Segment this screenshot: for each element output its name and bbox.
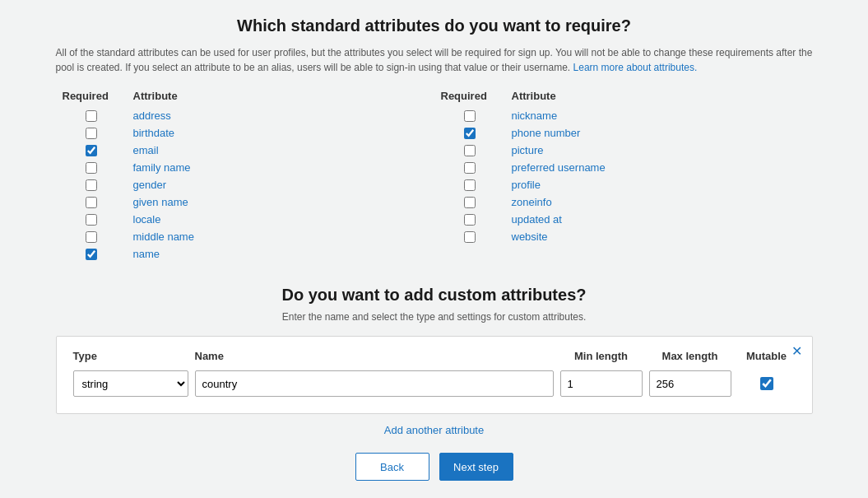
- list-item: birthdate: [56, 124, 434, 142]
- list-item: locale: [56, 211, 434, 228]
- checkbox-zoneinfo[interactable]: [464, 197, 476, 208]
- max-length-input[interactable]: [649, 370, 731, 397]
- learn-more-link[interactable]: Learn more about attributes.: [573, 62, 698, 73]
- checkbox-updated_at[interactable]: [464, 214, 476, 226]
- checkbox-middle_name[interactable]: [86, 231, 97, 243]
- list-item: phone number: [434, 124, 813, 142]
- attr-label-email: email: [133, 144, 159, 156]
- attributes-section: Required Attribute addressbirthdateemail…: [56, 90, 813, 263]
- checkbox-name[interactable]: [86, 249, 97, 260]
- checkbox-locale[interactable]: [86, 214, 97, 226]
- list-item: gender: [56, 176, 434, 193]
- close-attribute-button[interactable]: ✕: [791, 345, 802, 358]
- attr-label-profile: profile: [512, 179, 541, 191]
- attr-label-name: name: [133, 248, 160, 260]
- list-item: family name: [56, 159, 434, 176]
- type-select[interactable]: stringnumberdatetimeboolean: [73, 370, 188, 397]
- attr-label-middle_name: middle name: [133, 230, 194, 243]
- attr-label-family_name: family name: [133, 161, 191, 174]
- right-rows: nicknamephone numberpicturepreferred use…: [434, 107, 813, 245]
- checkbox-picture[interactable]: [464, 145, 476, 156]
- checkbox-profile[interactable]: [464, 179, 476, 191]
- attr-label-website: website: [512, 230, 548, 243]
- left-rows: addressbirthdateemailfamily namegendergi…: [56, 107, 434, 263]
- right-attributes-column: Required Attribute nicknamephone numberp…: [434, 90, 813, 263]
- right-column-header: Required Attribute: [434, 90, 813, 102]
- attr-label-gender: gender: [133, 179, 166, 191]
- list-item: website: [434, 228, 813, 245]
- list-item: picture: [434, 142, 813, 159]
- checkbox-birthdate[interactable]: [86, 128, 97, 139]
- checkbox-phone_number[interactable]: [464, 128, 476, 139]
- back-button[interactable]: Back: [355, 453, 429, 481]
- attr-label-picture: picture: [512, 144, 544, 156]
- attr-label-given_name: given name: [133, 196, 188, 208]
- next-step-button[interactable]: Next step: [439, 453, 513, 481]
- checkbox-address[interactable]: [86, 110, 97, 122]
- attribute-name-input[interactable]: [195, 370, 554, 397]
- table-row: stringnumberdatetimeboolean: [73, 370, 796, 397]
- custom-attributes-intro: Enter the name and select the type and s…: [56, 311, 813, 323]
- attr-label-zoneinfo: zoneinfo: [512, 196, 552, 208]
- checkbox-website[interactable]: [464, 231, 476, 243]
- attr-label-preferred_username: preferred username: [512, 161, 606, 174]
- list-item: address: [56, 107, 434, 124]
- list-item: zoneinfo: [434, 193, 813, 211]
- attr-label-updated_at: updated at: [512, 213, 562, 226]
- list-item: nickname: [434, 107, 813, 124]
- attr-label-phone_number: phone number: [512, 127, 581, 139]
- attr-label-address: address: [133, 109, 171, 122]
- attr-label-locale: locale: [133, 213, 161, 226]
- checkbox-family_name[interactable]: [86, 162, 97, 174]
- custom-attributes-title: Do you want to add custom attributes?: [56, 286, 813, 305]
- list-item: middle name: [56, 228, 434, 245]
- attr-label-nickname: nickname: [512, 109, 558, 122]
- list-item: name: [56, 245, 434, 263]
- footer-buttons: Back Next step: [56, 453, 813, 481]
- intro-text: All of the standard attributes can be us…: [56, 45, 813, 75]
- checkbox-given_name[interactable]: [86, 197, 97, 208]
- custom-attr-header: Type Name Min length Max length Mutable: [73, 350, 796, 362]
- custom-rows: stringnumberdatetimeboolean: [73, 370, 796, 397]
- checkbox-gender[interactable]: [86, 179, 97, 191]
- mutable-cell: [738, 377, 796, 390]
- custom-attribute-box: ✕ Type Name Min length Max length Mutabl…: [56, 336, 813, 414]
- list-item: given name: [56, 193, 434, 211]
- attr-label-birthdate: birthdate: [133, 127, 175, 139]
- checkbox-preferred_username[interactable]: [464, 162, 476, 174]
- left-attributes-column: Required Attribute addressbirthdateemail…: [56, 90, 434, 263]
- checkbox-nickname[interactable]: [464, 110, 476, 122]
- list-item: profile: [434, 176, 813, 193]
- add-attribute-link[interactable]: Add another attribute: [56, 424, 813, 436]
- mutable-checkbox[interactable]: [760, 377, 773, 390]
- page-title: Which standard attributes do you want to…: [56, 16, 813, 35]
- list-item: preferred username: [434, 159, 813, 176]
- min-length-input[interactable]: [560, 370, 643, 397]
- left-column-header: Required Attribute: [56, 90, 434, 102]
- list-item: email: [56, 142, 434, 159]
- list-item: updated at: [434, 211, 813, 228]
- checkbox-email[interactable]: [86, 145, 97, 156]
